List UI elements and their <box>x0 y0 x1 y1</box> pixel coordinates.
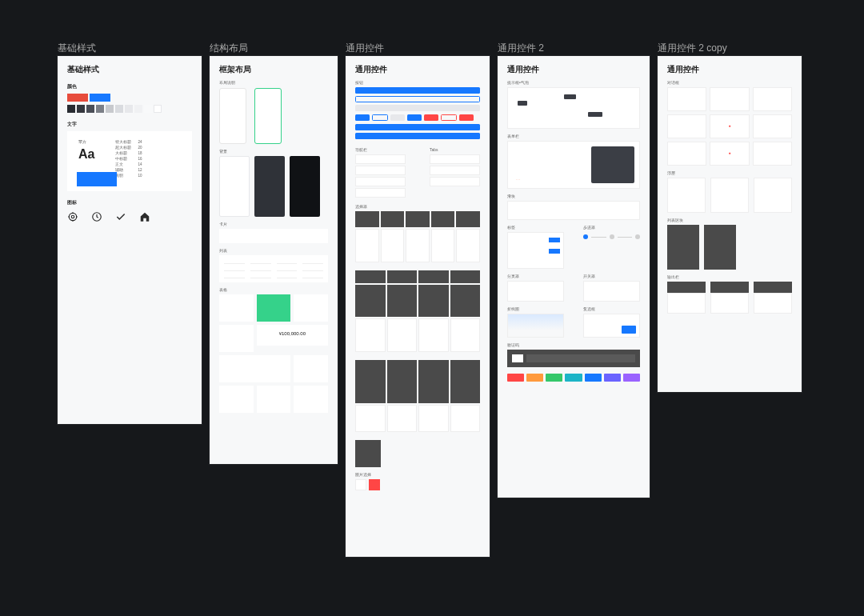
tabbar[interactable] <box>430 154 480 164</box>
keypad[interactable] <box>754 293 792 314</box>
tag-red[interactable] <box>507 374 524 382</box>
secondary-button[interactable] <box>355 96 480 102</box>
bg-white[interactable] <box>219 156 250 217</box>
frame-title-widgets2copy[interactable]: 通用控件 2 copy <box>658 42 727 55</box>
sheet-dark[interactable] <box>667 225 699 270</box>
navbar[interactable] <box>355 166 406 175</box>
frame-title-widgets2[interactable]: 通用控件 2 <box>498 42 544 55</box>
swatch-grey-50[interactable] <box>144 105 152 113</box>
disabled-button[interactable] <box>355 105 480 111</box>
primary-button[interactable] <box>355 124 480 130</box>
frame-title-structure[interactable]: 结构布局 <box>210 42 248 55</box>
sparkline-card[interactable] <box>507 314 564 338</box>
checkbox-card[interactable] <box>583 314 640 338</box>
bg-dark[interactable] <box>254 156 285 217</box>
primary-button[interactable] <box>355 114 370 121</box>
tag-teal[interactable] <box>565 374 582 382</box>
swatch-grey-800[interactable] <box>86 105 94 113</box>
mix-card[interactable] <box>219 294 254 322</box>
mix-card[interactable] <box>294 386 328 413</box>
figma-canvas[interactable]: 基础样式 基础样式 颜色 文字 <box>0 0 864 616</box>
navbar[interactable] <box>355 177 406 186</box>
pager-panel[interactable] <box>507 281 564 302</box>
tooltip[interactable] <box>588 112 602 117</box>
float-card[interactable] <box>754 178 792 213</box>
swatch-grey-200[interactable] <box>125 105 133 113</box>
artboard-basics[interactable]: 基础样式 颜色 文字 苹方 A <box>58 56 202 424</box>
toast-header[interactable] <box>667 282 706 293</box>
mix-card[interactable] <box>219 325 254 352</box>
dialog-card[interactable] <box>753 142 792 166</box>
checkbox-on[interactable] <box>622 326 636 334</box>
primary-button[interactable] <box>407 114 422 121</box>
tag-indigo[interactable] <box>604 374 621 382</box>
tooltip[interactable] <box>564 94 576 99</box>
artboard-widgets2[interactable]: 通用控件 提示框•气泡 表单栏 · · · 滑块 标签 <box>498 56 650 498</box>
mix-card[interactable] <box>257 386 291 413</box>
swatch-grey-100[interactable] <box>134 105 142 113</box>
dialog-card[interactable] <box>710 87 749 111</box>
float-card[interactable] <box>710 178 749 213</box>
secondary-button[interactable] <box>372 114 388 121</box>
keypad[interactable] <box>710 293 749 314</box>
login-panel[interactable] <box>591 146 634 183</box>
tag-blue[interactable] <box>585 374 602 382</box>
artboard-widgets[interactable]: 通用控件 按钮 <box>346 56 490 557</box>
single-picker[interactable] <box>355 440 381 467</box>
tabbar[interactable] <box>430 166 480 175</box>
disabled-button[interactable] <box>390 114 405 121</box>
code-box[interactable] <box>512 354 523 362</box>
swatch-grey-400[interactable] <box>106 105 114 113</box>
danger-outline-button[interactable] <box>441 114 457 121</box>
frame-title-widgets[interactable]: 通用控件 <box>346 42 384 55</box>
dialog-card[interactable] <box>753 87 792 111</box>
forgot-link[interactable]: · · · <box>516 178 520 182</box>
keypad[interactable] <box>667 293 706 314</box>
mix-card[interactable] <box>219 386 254 413</box>
swatch-grey-700[interactable] <box>96 105 104 113</box>
image-selected[interactable] <box>369 479 380 490</box>
mix-card[interactable] <box>294 355 328 382</box>
toast-header[interactable] <box>710 282 749 293</box>
phone-frame-safe[interactable] <box>254 88 282 144</box>
badge-blue[interactable] <box>549 249 560 254</box>
primary-button[interactable] <box>355 133 480 139</box>
picker-header[interactable] <box>355 211 379 227</box>
primary-button[interactable] <box>355 87 480 94</box>
picker-column[interactable] <box>355 229 379 262</box>
artboard-widgets2copy[interactable]: 通用控件 对话框 ● ● 浮层 列表区块 <box>658 56 802 392</box>
tabbar[interactable] <box>430 177 480 186</box>
swatch-white[interactable] <box>154 105 162 113</box>
slider-panel[interactable] <box>507 201 640 220</box>
dialog-card[interactable] <box>667 142 706 166</box>
image-slot[interactable] <box>355 479 366 490</box>
money-card[interactable]: ¥100,000.00 <box>257 325 328 346</box>
tag-orange[interactable] <box>526 374 543 382</box>
navbar[interactable] <box>355 188 406 198</box>
dialog-card[interactable] <box>753 114 792 138</box>
mix-card-wide[interactable] <box>219 355 290 382</box>
dialog-card[interactable] <box>667 87 706 111</box>
tag-purple[interactable] <box>623 374 640 382</box>
bg-black[interactable] <box>290 156 320 217</box>
dialog-card[interactable] <box>667 114 706 138</box>
switch-panel[interactable] <box>583 281 640 302</box>
danger-button[interactable] <box>424 114 438 121</box>
tag-green[interactable] <box>546 374 562 382</box>
swatch-grey-300[interactable] <box>115 105 123 113</box>
float-card[interactable] <box>667 178 706 213</box>
danger-button[interactable] <box>459 114 474 121</box>
code-field[interactable] <box>526 354 635 362</box>
artboard-structure[interactable]: 框架布局 布局说明 背景 卡片 列表 表格 <box>210 56 338 464</box>
tooltip[interactable] <box>518 101 527 106</box>
navbar[interactable] <box>355 154 406 164</box>
dialog-error[interactable]: ● <box>710 142 749 166</box>
swatch-blue[interactable] <box>90 94 110 102</box>
mix-card-success[interactable] <box>257 294 291 322</box>
swatch-grey-900[interactable] <box>77 105 85 113</box>
mix-card[interactable] <box>294 294 328 322</box>
swatch-grey-950[interactable] <box>67 105 75 113</box>
swatch-red[interactable] <box>67 94 88 102</box>
frame-title-basics[interactable]: 基础样式 <box>58 42 96 55</box>
badge-blue[interactable] <box>549 238 560 242</box>
